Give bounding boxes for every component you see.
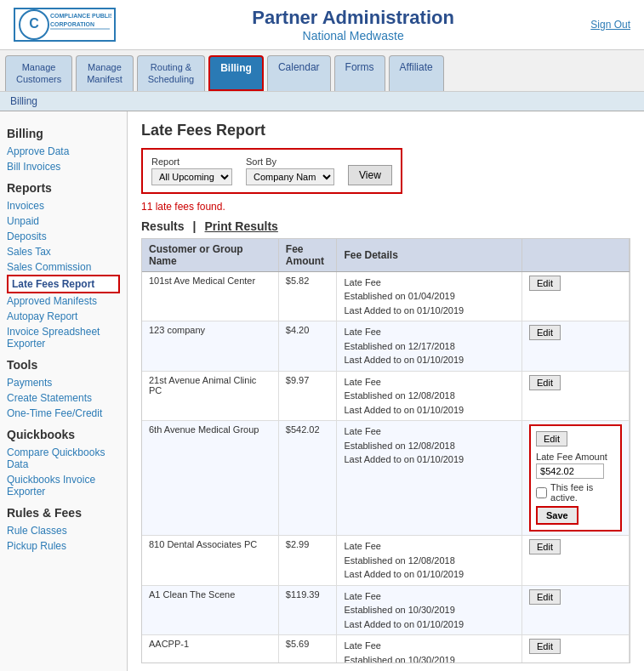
cell-action: Edit [522,635,630,663]
sidebar-late-fees-report[interactable]: Late Fees Report [7,275,120,293]
sidebar-section-rules: Rules & Fees Rule Classes Pickup Rules [7,506,120,554]
header: C COMPLIANCE PUBLISHING CORPORATION Part… [0,0,644,50]
cell-fee-amount: $542.02 [278,421,337,536]
cell-action: Edit [522,536,630,586]
header-title: Partner Administration National Medwaste [252,7,454,43]
sidebar-bill-invoices[interactable]: Bill Invoices [7,159,120,174]
fee-active-checkbox[interactable] [536,487,547,498]
tab-manage-customers[interactable]: Manage Customers [5,55,72,91]
edit-button[interactable]: Edit [529,375,561,390]
cell-fee-details: Late FeeEstablished on 10/30/2019Last Ad… [337,635,522,663]
cell-action: Edit [522,371,630,421]
tab-calendar[interactable]: Calendar [267,55,331,91]
content-area: Late Fees Report Report All Upcoming Pas… [128,111,644,671]
edit-button[interactable]: Edit [529,539,561,554]
sidebar-deposits[interactable]: Deposits [7,229,120,244]
sidebar-invoices[interactable]: Invoices [7,198,120,213]
cell-customer-name: AACPP-1 [142,635,278,663]
report-field: Report All Upcoming Past Due Current [151,156,232,185]
cell-action-expanded: Edit Late Fee Amount This fee is active.… [522,421,630,536]
sidebar-reports-title: Reports [7,181,120,195]
late-fee-amount-label: Late Fee Amount [536,452,615,462]
cell-fee-amount: $4.20 [278,321,337,372]
th-fee-amount: Fee Amount [278,239,337,272]
checkbox-row: This fee is active. [536,482,615,503]
sidebar-quickbooks-title: Quickbooks [7,428,120,441]
edit-button[interactable]: Edit [529,589,561,605]
app-title: Partner Administration [252,7,454,29]
cell-customer-name: 6th Avenue Medical Group [142,421,278,536]
results-header: Results | Print Results [141,219,630,233]
table-header-row: Customer or Group Name Fee Amount Fee De… [142,239,630,272]
sidebar-approved-manifests[interactable]: Approved Manifests [7,293,120,309]
table-row: 101st Ave Medical Center $5.82 Late FeeE… [142,271,630,321]
sidebar-quickbooks-invoice[interactable]: Quickbooks Invoice Exporter [7,472,120,499]
sort-by-field: Sort By Company Nam Fee Amount Date [246,156,334,185]
cell-customer-name: 21st Avenue Animal Clinic PC [142,371,278,421]
sort-by-select[interactable]: Company Nam Fee Amount Date [246,168,334,185]
page-title: Late Fees Report [141,122,630,139]
edit-button[interactable]: Edit [529,325,561,340]
cell-fee-amount: $2.99 [278,536,337,586]
breadcrumb-label: Billing [10,95,37,107]
cell-fee-details: Late FeeEstablished on 12/08/2018Last Ad… [337,371,522,421]
edit-button[interactable]: Edit [529,639,561,654]
edit-panel: Edit Late Fee Amount This fee is active.… [529,424,622,532]
edit-button[interactable]: Edit [536,431,567,446]
view-button[interactable]: View [348,165,392,185]
table-row: 123 company $4.20 Late FeeEstablished on… [142,321,630,372]
late-fee-amount-input[interactable] [536,463,604,479]
cell-fee-amount: $119.39 [278,585,337,635]
sign-out-link[interactable]: Sign Out [590,19,630,31]
report-controls: Report All Upcoming Past Due Current Sor… [141,148,402,194]
sidebar-pickup-rules[interactable]: Pickup Rules [7,538,120,554]
cell-action: Edit [522,585,630,635]
sidebar: Billing Approve Data Bill Invoices Repor… [0,111,128,671]
sidebar-section-quickbooks: Quickbooks Compare Quickbooks Data Quick… [7,428,120,499]
tab-forms[interactable]: Forms [334,55,385,91]
sidebar-section-billing: Billing Approve Data Bill Invoices [7,127,120,174]
svg-text:CORPORATION: CORPORATION [50,21,94,27]
sidebar-autopay-report[interactable]: Autopay Report [7,309,120,324]
tab-affiliate[interactable]: Affiliate [389,55,444,91]
tab-manage-manifest[interactable]: Manage Manifest [76,55,134,91]
company-subtitle: National Medwaste [252,29,454,43]
sidebar-approve-data[interactable]: Approve Data [7,144,120,159]
sidebar-unpaid[interactable]: Unpaid [7,213,120,229]
report-select[interactable]: All Upcoming Past Due Current [151,168,232,185]
fee-active-label: This fee is active. [550,482,615,503]
cell-fee-details: Late FeeEstablished on 12/08/2018Last Ad… [337,421,522,536]
cell-customer-name: 101st Ave Medical Center [142,271,278,321]
sidebar-compare-quickbooks[interactable]: Compare Quickbooks Data [7,445,120,472]
result-count: 11 late fees found. [141,201,630,213]
svg-text:COMPLIANCE PUBLISHING: COMPLIANCE PUBLISHING [50,13,111,19]
sidebar-payments[interactable]: Payments [7,375,120,390]
tab-routing-scheduling[interactable]: Routing & Scheduling [137,55,205,91]
tab-billing[interactable]: Billing [208,55,264,91]
sidebar-invoice-spreadsheet[interactable]: Invoice Spreadsheet Exporter [7,324,120,351]
cell-customer-name: A1 Clean The Scene [142,585,278,635]
sidebar-rule-classes[interactable]: Rule Classes [7,523,120,538]
svg-text:C: C [29,16,39,31]
results-table-wrapper: Customer or Group Name Fee Amount Fee De… [141,238,630,663]
cell-fee-details: Late FeeEstablished on 12/08/2018Last Ad… [337,536,522,586]
sidebar-sales-commission[interactable]: Sales Commission [7,259,120,275]
cell-fee-details: Late FeeEstablished on 12/17/2018Last Ad… [337,321,522,372]
save-button[interactable]: Save [536,506,578,525]
breadcrumb: Billing [0,92,644,111]
th-fee-details: Fee Details [337,239,522,272]
sort-by-label: Sort By [246,156,334,167]
sidebar-rules-title: Rules & Fees [7,506,120,520]
print-results-link[interactable]: Print Results [205,219,278,233]
sidebar-section-reports: Reports Invoices Unpaid Deposits Sales T… [7,181,120,351]
results-table: Customer or Group Name Fee Amount Fee De… [142,239,630,663]
sidebar-create-statements[interactable]: Create Statements [7,390,120,406]
th-action [522,239,630,272]
sidebar-sales-tax[interactable]: Sales Tax [7,244,120,259]
results-divider: | [193,219,197,233]
edit-button[interactable]: Edit [529,276,561,291]
cell-customer-name: 123 company [142,321,278,372]
cell-fee-amount: $5.69 [278,635,337,663]
table-row: A1 Clean The Scene $119.39 Late FeeEstab… [142,585,630,635]
sidebar-one-time-fee[interactable]: One-Time Fee/Credit [7,406,120,421]
